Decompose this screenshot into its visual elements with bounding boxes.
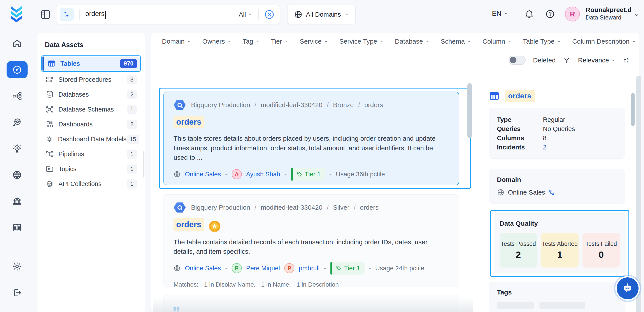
table-icon	[47, 59, 56, 68]
usage-percentile: Usage 36th pctile	[336, 171, 385, 178]
tier-pill[interactable]: Tier 1	[330, 262, 364, 274]
asset-type-tables[interactable]: Tables 970	[42, 57, 140, 71]
language-selector[interactable]: EN	[492, 10, 508, 18]
breadcrumb-schema[interactable]: Bronze	[322, 101, 354, 109]
search-result-card-partial[interactable]	[164, 295, 459, 312]
deleted-toggle[interactable]	[508, 56, 526, 65]
breadcrumb-database[interactable]: modified-leaf-330420	[250, 101, 322, 109]
global-search-bar: orders All	[56, 5, 280, 24]
clear-search-icon[interactable]	[264, 10, 274, 20]
preview-panel-scroll-thumb[interactable]	[631, 93, 634, 126]
asset-type-dashboard-data-models[interactable]: Dashboard Data Models 15	[43, 132, 140, 146]
owner-link[interactable]: Pere Miquel	[246, 265, 280, 272]
search-result-card[interactable]: Bigquery Production modified-leaf-330420…	[164, 92, 459, 185]
advanced-filter-funnel-icon[interactable]	[563, 57, 570, 64]
tests-failed-tile: Tests Failed 0	[582, 233, 620, 267]
owner-link[interactable]: Ayush Shah	[246, 171, 280, 178]
result-meta-row: Online Sales A Ayush Shah Tier 1 Usage 3…	[174, 168, 449, 181]
tier-pill[interactable]: Tier 1	[291, 168, 325, 181]
notifications-bell-icon[interactable]	[524, 9, 534, 19]
search-scope-dropdown[interactable]: All	[239, 11, 252, 18]
sort-by-dropdown[interactable]: Relevance	[578, 57, 615, 64]
nav-explore-icon[interactable]	[6, 61, 28, 78]
filter-database[interactable]: Database	[395, 38, 429, 45]
filter-tier[interactable]: Tier	[271, 38, 288, 45]
filter-owners[interactable]: Owners	[202, 38, 231, 45]
breadcrumb-service[interactable]: Bigquery Production	[191, 204, 250, 211]
search-result-card[interactable]: Bigquery Production modified-leaf-330420…	[164, 194, 459, 287]
owner-link[interactable]: pmbrull	[299, 265, 320, 272]
owner-avatar[interactable]: P	[232, 263, 242, 273]
result-domain-link[interactable]: Online Sales	[185, 265, 221, 272]
data-model-icon	[45, 135, 54, 143]
chat-assistant-button[interactable]	[617, 277, 638, 299]
tag-skeleton	[540, 302, 585, 309]
nav-logout-icon[interactable]	[6, 284, 28, 301]
results-scrollbar[interactable]	[468, 83, 472, 138]
filter-column-description[interactable]: Column Description	[572, 38, 636, 45]
domain-link-icon[interactable]	[548, 189, 555, 195]
filter-column[interactable]: Column	[482, 38, 512, 45]
chevron-down-icon	[344, 12, 349, 17]
user-avatar[interactable]: R	[565, 7, 580, 22]
asset-type-topics[interactable]: Topics 1	[43, 162, 140, 176]
result-title-link[interactable]: orders	[174, 218, 204, 231]
result-breadcrumb: Bigquery Production modified-leaf-330420…	[174, 202, 449, 213]
asset-type-api-collections[interactable]: API API Collections 1	[43, 177, 140, 191]
filter-domain[interactable]: Domain	[162, 38, 191, 45]
preview-tags-card: Tags	[489, 282, 625, 312]
result-title-link[interactable]: orders	[174, 116, 204, 128]
help-icon[interactable]	[545, 9, 555, 19]
app-logo[interactable]	[9, 5, 24, 22]
preview-panel-scroll-track[interactable]	[636, 76, 641, 312]
breadcrumb-table[interactable]: orders	[354, 101, 383, 109]
nav-glossary-icon[interactable]	[6, 219, 28, 236]
breadcrumb-database[interactable]: modified-leaf-330420	[250, 204, 322, 211]
nav-observability-icon[interactable]	[6, 114, 28, 131]
filter-service-type[interactable]: Service Type	[340, 38, 384, 45]
sidebar-collapse-icon[interactable]	[40, 9, 51, 20]
sort-direction-icon[interactable]: AZ	[623, 57, 630, 64]
asset-type-stored-procedures[interactable]: Stored Procedures 3	[43, 73, 140, 87]
matches-summary: Matches: 1 in Display Name, 1 in Name, 1…	[174, 281, 449, 287]
asset-type-dashboards[interactable]: Dashboards 2	[43, 117, 140, 131]
owner-avatar[interactable]: P	[284, 263, 294, 273]
filter-tag[interactable]: Tag	[243, 38, 260, 45]
globe-icon	[294, 10, 302, 19]
nav-governance-icon[interactable]	[6, 193, 28, 210]
tags-section-title: Tags	[497, 288, 617, 296]
nav-lineage-icon[interactable]	[6, 87, 28, 104]
filter-schema[interactable]: Schema	[441, 38, 471, 45]
breadcrumb-schema[interactable]: Silver	[322, 204, 349, 211]
owner-avatar[interactable]: A	[232, 169, 242, 179]
nav-home-icon[interactable]	[6, 35, 28, 52]
svg-text:Z: Z	[627, 61, 628, 64]
search-divider	[79, 10, 80, 20]
asset-type-pipelines[interactable]: Pipelines 1	[43, 147, 140, 161]
asset-type-databases[interactable]: Databases 2	[43, 87, 140, 101]
nav-settings-gear-icon[interactable]	[6, 258, 28, 275]
search-input[interactable]: orders	[85, 10, 106, 19]
pipeline-icon	[45, 150, 54, 158]
tests-passed-tile: Tests Passed 2	[500, 233, 537, 267]
ai-sparkle-icon[interactable]	[60, 8, 74, 21]
user-info[interactable]: Rounakpreet.d Data Steward	[586, 6, 632, 21]
incidents-count-link[interactable]: 2	[543, 144, 546, 151]
all-domains-selector[interactable]: All Domains	[287, 5, 356, 24]
nav-domains-globe-icon[interactable]	[6, 166, 28, 183]
assets-panel-scrollbar[interactable]	[143, 151, 144, 178]
data-assets-title: Data Assets	[45, 41, 140, 49]
user-menu-chevron-icon[interactable]	[634, 12, 640, 18]
asset-type-database-schemas[interactable]: Database Schemas 1	[43, 102, 140, 116]
filter-service[interactable]: Service	[300, 38, 328, 45]
preview-entity-title[interactable]: orders	[504, 90, 535, 102]
nav-insights-icon[interactable]	[6, 140, 28, 157]
count-chip: 3	[127, 75, 137, 84]
domain-value[interactable]: Online Sales	[508, 189, 545, 196]
result-domain-link[interactable]: Online Sales	[185, 171, 221, 178]
breadcrumb-table[interactable]: orders	[350, 204, 378, 211]
info-row: Type Regular	[497, 115, 617, 124]
filter-table-type[interactable]: Table Type	[523, 38, 561, 45]
breadcrumb-service[interactable]: Bigquery Production	[191, 101, 250, 109]
nav-rail	[0, 29, 34, 312]
